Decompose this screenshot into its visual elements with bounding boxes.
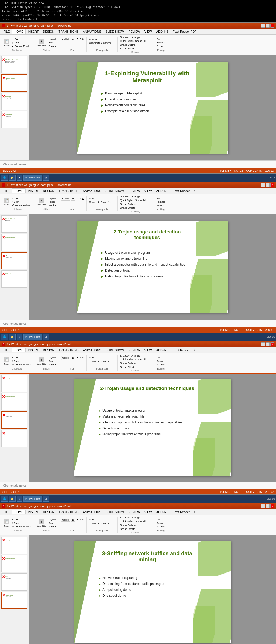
- bold-btn-1[interactable]: B: [76, 38, 79, 41]
- menu-design-1[interactable]: DESIGN: [41, 29, 56, 34]
- text-direction-btn-1[interactable]: ⇔: [95, 38, 98, 41]
- menu-design-4[interactable]: DESIGN: [41, 510, 56, 514]
- maximize-btn-3[interactable]: □: [266, 342, 270, 346]
- quick-styles-btn-2[interactable]: Quick Styles: [120, 199, 134, 202]
- select-btn-1[interactable]: Select▾: [156, 45, 166, 48]
- slide-thumb-4-3[interactable]: × 2-Trojan usage • Usage of trojan: [1, 573, 27, 591]
- format-painter-btn-2[interactable]: 🖌 Format Painter: [11, 204, 31, 207]
- slide-thumb-4-4[interactable]: × 3-Sniffing network • Network traffic: [1, 592, 27, 609]
- taskbar-ie-3[interactable]: 🌐: [1, 496, 8, 502]
- shape-effects-btn-3[interactable]: Shape Effects: [120, 365, 136, 369]
- menu-animations-4[interactable]: ANIMATIONS: [81, 510, 104, 514]
- menu-addins-1[interactable]: ADD-INS: [154, 29, 171, 34]
- replace-btn-3[interactable]: Replace: [156, 360, 166, 363]
- menu-view-4[interactable]: VIEW: [142, 510, 154, 514]
- minimize-btn-2[interactable]: _: [261, 183, 265, 187]
- cut-btn-4[interactable]: ✂ Cut: [11, 518, 31, 521]
- menu-transitions-4[interactable]: TRANSITIONS: [57, 510, 81, 514]
- taskbar-other-1[interactable]: ⊞: [43, 175, 49, 181]
- slide-thumb-2-3[interactable]: × 2-Trojan usage • Usage of trojan: [1, 252, 27, 269]
- menu-home-1[interactable]: HOME: [12, 29, 26, 34]
- shape-outline-btn-4[interactable]: Shape Outline: [120, 524, 136, 527]
- taskbar-ppt-3[interactable]: P PowerPoint: [23, 496, 42, 502]
- underline-btn-3[interactable]: U: [82, 356, 85, 360]
- close-btn-1[interactable]: ×: [270, 24, 274, 28]
- underline-btn-2[interactable]: U: [82, 197, 85, 201]
- replace-btn-1[interactable]: Replace: [156, 41, 166, 44]
- menu-review-3[interactable]: REVIEW: [126, 348, 142, 352]
- bold-btn-3[interactable]: B: [76, 356, 79, 360]
- reset-btn-1[interactable]: Reset: [48, 41, 57, 44]
- reset-btn-4[interactable]: Reset: [48, 521, 57, 525]
- menu-file-3[interactable]: FILE: [1, 348, 12, 352]
- section-btn-4[interactable]: Section: [48, 525, 57, 528]
- menu-insert-4[interactable]: INSERT: [26, 510, 41, 514]
- shape-fill-btn-4[interactable]: Shape Fill: [135, 520, 147, 523]
- slide-thumb-1-2[interactable]: × 1-Exploiting Vulnerability • Basic usa…: [1, 74, 27, 92]
- shape-outline-btn-3[interactable]: Shape Outline: [120, 362, 136, 365]
- taskbar-ppt-1[interactable]: P PowerPoint: [23, 175, 42, 181]
- layout-btn-4[interactable]: Layout: [48, 518, 57, 521]
- menu-foxit-4[interactable]: Foxit Reader PDF: [171, 510, 199, 514]
- menu-review-1[interactable]: REVIEW: [126, 29, 142, 34]
- menu-design-2[interactable]: DESIGN: [41, 189, 56, 193]
- menu-home-2[interactable]: HOME: [12, 188, 26, 193]
- format-painter-btn-4[interactable]: 🖌 Format Painter: [11, 525, 31, 528]
- underline-btn-4[interactable]: U: [82, 518, 85, 522]
- font-family-1[interactable]: Calibri: [61, 38, 70, 41]
- copy-btn-1[interactable]: ⎘ Copy: [11, 41, 31, 44]
- cut-btn-3[interactable]: ✂ Cut: [11, 356, 31, 359]
- taskbar-media-1[interactable]: ▶: [17, 175, 22, 181]
- shape-outline-btn-2[interactable]: Shape Outline: [120, 202, 136, 206]
- select-btn-4[interactable]: Select▾: [156, 525, 166, 528]
- menu-slideshow-2[interactable]: SLIDE SHOW: [103, 189, 126, 193]
- taskbar-ie-2[interactable]: 🌐: [1, 334, 8, 340]
- new-slide-btn-4[interactable]: + New Slide: [36, 518, 47, 528]
- select-btn-3[interactable]: Select▾: [156, 363, 166, 366]
- convert-smartart-btn-3[interactable]: Convert to SmartArt: [89, 360, 111, 363]
- menu-transitions-2[interactable]: TRANSITIONS: [57, 189, 81, 193]
- shape-fill-btn-3[interactable]: Shape Fill: [135, 358, 147, 361]
- align-left-btn-4[interactable]: ≡: [89, 518, 91, 521]
- shape-effects-btn-1[interactable]: Shape Effects: [120, 47, 136, 50]
- replace-btn-4[interactable]: Replace: [156, 521, 166, 525]
- menu-foxit-3[interactable]: Foxit Reader PDF: [171, 348, 199, 352]
- arrange-btn-3[interactable]: Arrange: [131, 354, 140, 357]
- italic-btn-1[interactable]: I: [80, 38, 81, 41]
- bold-btn-2[interactable]: B: [76, 197, 79, 201]
- text-direction-btn-4[interactable]: ⇔: [92, 518, 95, 521]
- slide-thumb-1-1[interactable]: × 1-Exploiting Vulnerability • Basic usa…: [1, 56, 27, 73]
- menu-review-4[interactable]: REVIEW: [126, 510, 142, 514]
- quick-styles-btn-1[interactable]: Quick Styles: [120, 39, 134, 43]
- shapes-gallery-3[interactable]: Shapes▾: [120, 354, 130, 357]
- menu-view-2[interactable]: VIEW: [142, 189, 154, 193]
- slide-thumb-2-4[interactable]: × 3-Sniffing network: [1, 270, 27, 288]
- new-slide-btn-3[interactable]: + New Slide: [36, 357, 47, 366]
- menu-slideshow-3[interactable]: SLIDE SHOW: [103, 348, 126, 352]
- taskbar-ie-1[interactable]: 🌐: [1, 175, 8, 181]
- quick-styles-btn-4[interactable]: Quick Styles: [120, 520, 134, 523]
- close-btn-3[interactable]: ×: [270, 342, 274, 346]
- menu-insert-2[interactable]: INSERT: [26, 189, 41, 193]
- new-slide-btn-1[interactable]: + New Slide: [36, 38, 47, 47]
- slide-thumb-3-4[interactable]: × 3-Sniffing: [1, 430, 27, 447]
- menu-transitions-3[interactable]: TRANSITIONS: [57, 348, 81, 352]
- window-controls-1[interactable]: _ □ ×: [261, 24, 274, 28]
- layout-btn-2[interactable]: Layout: [48, 197, 57, 200]
- find-btn-2[interactable]: Find: [156, 197, 166, 200]
- align-left-btn-3[interactable]: ≡: [89, 356, 91, 359]
- menu-addins-2[interactable]: ADD-INS: [154, 189, 171, 193]
- find-btn-4[interactable]: Find: [156, 518, 166, 521]
- taskbar-ppt-2[interactable]: P PowerPoint: [23, 334, 42, 340]
- find-btn-1[interactable]: Find: [156, 38, 166, 41]
- shapes-gallery-2[interactable]: Shapes▾: [120, 195, 130, 198]
- arrange-btn-2[interactable]: Arrange: [131, 195, 140, 198]
- menu-animations-1[interactable]: ANIMATIONS: [81, 29, 104, 34]
- italic-btn-3[interactable]: I: [80, 356, 81, 360]
- cut-btn-1[interactable]: ✂ Cut: [11, 38, 31, 41]
- maximize-btn-2[interactable]: □: [266, 183, 270, 187]
- slide-thumb-1-4[interactable]: × 3-Sniffing network • Network traffic: [1, 111, 27, 128]
- taskbar-media-2[interactable]: ▶: [17, 334, 22, 340]
- menu-slideshow-4[interactable]: SLIDE SHOW: [103, 510, 126, 514]
- menu-foxit-2[interactable]: Foxit Reader PDF: [171, 189, 199, 193]
